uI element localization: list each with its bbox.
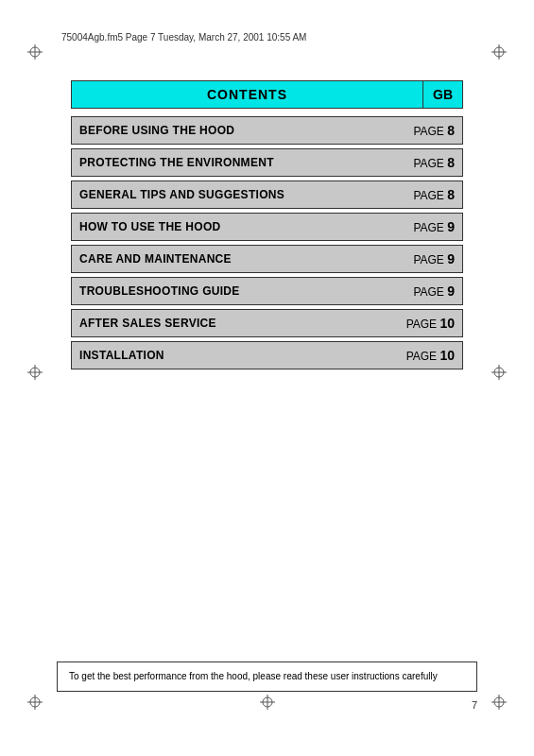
toc-item-page: PAGE 9 xyxy=(405,215,462,239)
toc-item-label: AFTER SALES SERVICE xyxy=(72,312,399,335)
toc-row: CARE AND MAINTENANCEPAGE 9 xyxy=(71,245,463,273)
toc-row: AFTER SALES SERVICEPAGE 10 xyxy=(71,309,463,337)
page-container: 75004Agb.fm5 Page 7 Tuesday, March 27, 2… xyxy=(0,0,534,756)
contents-title: CONTENTS xyxy=(72,81,422,108)
toc-item-page: PAGE 8 xyxy=(405,182,462,207)
toc-item-page: PAGE 9 xyxy=(405,279,462,303)
toc-row: PROTECTING THE ENVIRONMENTPAGE 8 xyxy=(71,148,463,177)
toc-item-label: BEFORE USING THE HOOD xyxy=(72,119,405,142)
reg-mark-bottom-mid xyxy=(259,694,276,711)
toc-list: BEFORE USING THE HOODPAGE 8PROTECTING TH… xyxy=(71,116,463,369)
toc-item-label: GENERAL TIPS AND SUGGESTIONS xyxy=(72,183,405,206)
toc-item-label: CARE AND MAINTENANCE xyxy=(72,248,405,270)
toc-item-label: TROUBLESHOOTING GUIDE xyxy=(72,280,405,302)
reg-mark-mid-right xyxy=(491,364,508,381)
contents-gb: GB xyxy=(422,81,462,108)
file-info: 75004Agb.fm5 Page 7 Tuesday, March 27, 2… xyxy=(61,32,306,43)
main-content: CONTENTS GB BEFORE USING THE HOODPAGE 8P… xyxy=(71,80,463,373)
reg-mark-top-right xyxy=(491,43,508,60)
reg-mark-mid-left xyxy=(26,364,43,381)
reg-mark-top-left xyxy=(26,43,43,60)
contents-header: CONTENTS GB xyxy=(71,80,463,109)
toc-item-page: PAGE 10 xyxy=(399,311,462,335)
toc-item-page: PAGE 9 xyxy=(405,247,462,271)
toc-row: GENERAL TIPS AND SUGGESTIONSPAGE 8 xyxy=(71,180,463,209)
reg-mark-bottom-left xyxy=(26,694,43,711)
toc-item-page: PAGE 10 xyxy=(399,343,462,368)
toc-item-page: PAGE 8 xyxy=(405,150,462,175)
toc-row: HOW TO USE THE HOODPAGE 9 xyxy=(71,213,463,241)
reg-mark-bottom-right xyxy=(491,694,508,711)
toc-item-label: HOW TO USE THE HOOD xyxy=(72,215,405,238)
toc-row: TROUBLESHOOTING GUIDEPAGE 9 xyxy=(71,277,463,305)
page-number: 7 xyxy=(472,699,477,711)
bottom-note: To get the best performance from the hoo… xyxy=(57,662,477,692)
toc-item-page: PAGE 8 xyxy=(405,118,462,143)
toc-item-label: PROTECTING THE ENVIRONMENT xyxy=(72,151,405,174)
toc-item-label: INSTALLATION xyxy=(72,344,399,367)
toc-row: INSTALLATIONPAGE 10 xyxy=(71,341,463,369)
toc-row: BEFORE USING THE HOODPAGE 8 xyxy=(71,116,463,145)
